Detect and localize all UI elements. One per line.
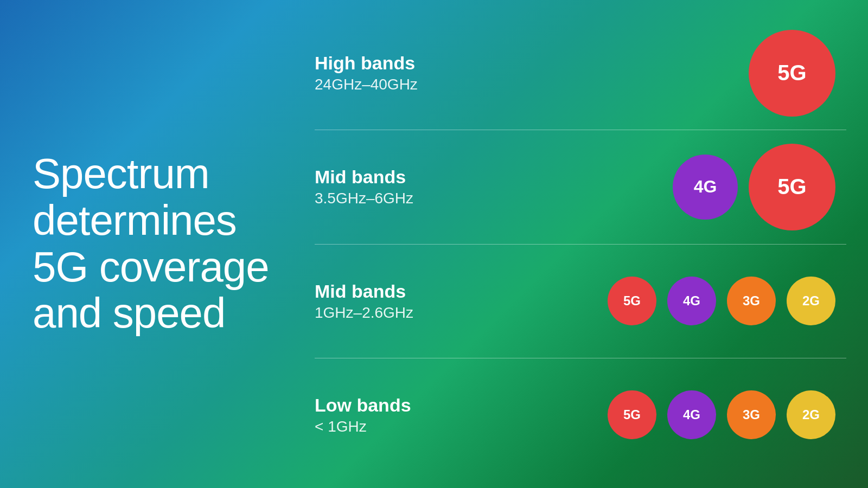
band-info-mid-bands-high: Mid bands3.5GHz–6GHz bbox=[315, 166, 499, 207]
circle-2g-low-bands: 2G bbox=[787, 390, 835, 439]
circle-5g-high-bands: 5G bbox=[749, 30, 835, 117]
band-title-low-bands: Low bands bbox=[315, 395, 499, 416]
band-row-mid-bands-high: Mid bands3.5GHz–6GHz4G5G bbox=[315, 130, 846, 244]
circles-low-bands: 5G4G3G2G bbox=[499, 390, 846, 439]
right-panel: High bands24GHz–40GHz5GMid bands3.5GHz–6… bbox=[315, 16, 846, 472]
circle-5g-mid-bands-low: 5G bbox=[608, 277, 656, 325]
band-row-low-bands: Low bands< 1GHz5G4G3G2G bbox=[315, 358, 846, 472]
band-title-mid-bands-high: Mid bands bbox=[315, 166, 499, 188]
band-info-high-bands: High bands24GHz–40GHz bbox=[315, 53, 499, 93]
circle-4g-mid-bands-low: 4G bbox=[667, 277, 716, 325]
band-freq-mid-bands-high: 3.5GHz–6GHz bbox=[315, 190, 499, 207]
circles-mid-bands-low: 5G4G3G2G bbox=[499, 277, 846, 325]
circle-4g-low-bands: 4G bbox=[667, 390, 716, 439]
circle-5g-mid-bands-high: 5G bbox=[749, 144, 835, 230]
circle-4g-mid-bands-high: 4G bbox=[673, 155, 738, 220]
band-freq-low-bands: < 1GHz bbox=[315, 418, 499, 435]
circle-5g-low-bands: 5G bbox=[608, 390, 656, 439]
band-info-low-bands: Low bands< 1GHz bbox=[315, 395, 499, 435]
band-row-mid-bands-low: Mid bands1GHz–2.6GHz5G4G3G2G bbox=[315, 245, 846, 358]
band-title-mid-bands-low: Mid bands bbox=[315, 281, 499, 302]
band-info-mid-bands-low: Mid bands1GHz–2.6GHz bbox=[315, 281, 499, 322]
band-freq-mid-bands-low: 1GHz–2.6GHz bbox=[315, 304, 499, 322]
circle-2g-mid-bands-low: 2G bbox=[787, 277, 835, 325]
circle-3g-low-bands: 3G bbox=[727, 390, 776, 439]
left-panel: Spectrum determines 5G coverage and spee… bbox=[33, 151, 282, 337]
band-freq-high-bands: 24GHz–40GHz bbox=[315, 76, 499, 93]
headline: Spectrum determines 5G coverage and spee… bbox=[33, 151, 282, 337]
circle-3g-mid-bands-low: 3G bbox=[727, 277, 776, 325]
circles-mid-bands-high: 4G5G bbox=[499, 144, 846, 230]
circles-high-bands: 5G bbox=[499, 30, 846, 117]
band-title-high-bands: High bands bbox=[315, 53, 499, 74]
band-row-high-bands: High bands24GHz–40GHz5G bbox=[315, 16, 846, 130]
